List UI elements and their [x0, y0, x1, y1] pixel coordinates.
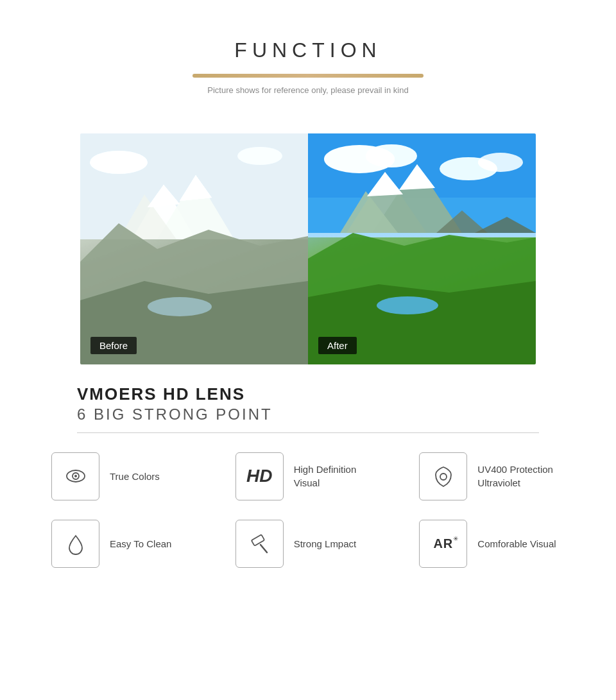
- features-grid: True Colors HD High Definition Visual: [0, 452, 616, 568]
- hd-icon-box: HD: [235, 452, 284, 500]
- comparison-section: Before: [0, 133, 616, 364]
- lens-brand: VMOERS HD LENS: [77, 384, 539, 405]
- feature-strong-impact: Strong Lmpact: [235, 520, 381, 568]
- svg-point-30: [440, 474, 447, 480]
- strong-impact-icon-box: [235, 520, 284, 568]
- comparison-container: Before: [80, 133, 536, 364]
- svg-point-9: [90, 151, 148, 174]
- page-title: FUNCTION: [0, 38, 616, 62]
- after-label: After: [318, 337, 357, 354]
- lens-divider: [77, 432, 539, 433]
- uv400-label: UV400 Protection Ultraviolet: [477, 463, 553, 490]
- uv400-icon-box: [419, 452, 467, 500]
- lens-section: VMOERS HD LENS 6 BIG STRONG POINT: [0, 384, 616, 433]
- hd-label: High Definition Visual: [294, 463, 357, 490]
- svg-point-16: [478, 153, 523, 172]
- true-colors-label: True Colors: [110, 470, 160, 483]
- strong-impact-label: Strong Lmpact: [294, 537, 357, 551]
- feature-hd: HD High Definition Visual: [235, 452, 381, 500]
- divider-container: [0, 74, 616, 78]
- svg-point-29: [74, 475, 77, 477]
- function-divider: [193, 74, 424, 78]
- ar-label: Comforable Visual: [477, 537, 556, 551]
- hd-icon: HD: [246, 466, 272, 486]
- feature-ar: AR ✳ Comforable Visual: [419, 520, 565, 568]
- lens-tagline: 6 BIG STRONG POINT: [77, 405, 539, 423]
- function-subtitle: Picture shows for reference only, please…: [0, 85, 616, 95]
- features-row-1: True Colors HD High Definition Visual: [51, 452, 565, 500]
- feature-uv400: UV400 Protection Ultraviolet: [419, 452, 565, 500]
- eye-icon: [63, 463, 89, 489]
- svg-point-8: [148, 297, 212, 316]
- uv-shield-icon: [431, 463, 456, 489]
- svg-line-31: [261, 545, 267, 552]
- before-label: Before: [90, 337, 137, 354]
- svg-rect-32: [252, 534, 265, 546]
- easy-clean-label: Easy To Clean: [110, 537, 171, 551]
- features-row-2: Easy To Clean Strong Lmpact: [51, 520, 565, 568]
- feature-true-colors: True Colors: [51, 452, 197, 500]
- function-section: FUNCTION Picture shows for reference onl…: [0, 26, 616, 121]
- svg-point-24: [377, 296, 438, 314]
- ar-icon: AR ✳: [433, 536, 453, 551]
- feature-easy-clean: Easy To Clean: [51, 520, 197, 568]
- drop-icon: [63, 531, 89, 556]
- page-wrapper: FUNCTION Picture shows for reference onl…: [0, 0, 616, 593]
- ar-icon-box: AR ✳: [419, 520, 467, 568]
- easy-clean-icon-box: [51, 520, 99, 568]
- after-image: After: [308, 133, 536, 364]
- svg-point-14: [366, 144, 417, 167]
- hammer-icon: [246, 531, 272, 556]
- svg-point-10: [237, 147, 282, 165]
- true-colors-icon-box: [51, 452, 99, 500]
- before-image: Before: [80, 133, 308, 364]
